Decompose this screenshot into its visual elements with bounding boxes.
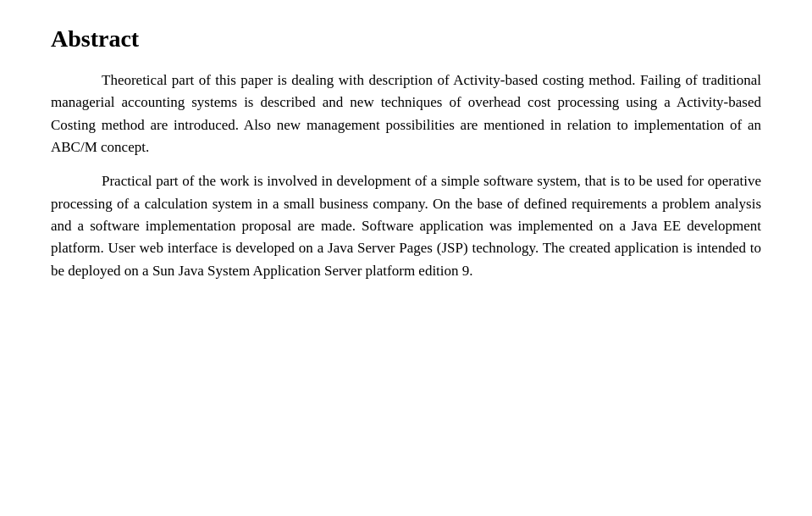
- page-title: Abstract: [51, 25, 761, 53]
- paragraph-2: Practical part of the work is involved i…: [51, 170, 761, 282]
- paragraph-1: Theoretical part of this paper is dealin…: [51, 69, 761, 158]
- abstract-body: Theoretical part of this paper is dealin…: [51, 69, 761, 282]
